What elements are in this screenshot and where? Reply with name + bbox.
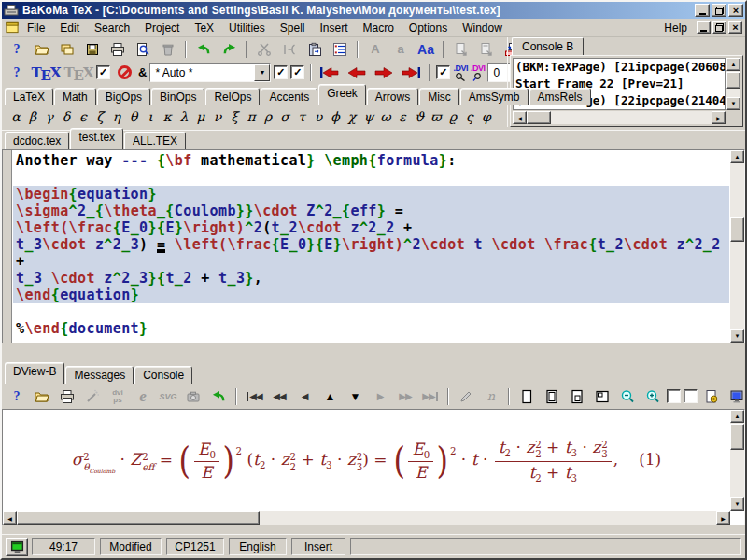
- nav-last-button[interactable]: ▶▶: [419, 386, 442, 407]
- symbol-tab-binops[interactable]: BinOps: [151, 88, 204, 105]
- scroll-down-icon[interactable]: ▼: [730, 497, 744, 511]
- svg-export-button[interactable]: SVG: [157, 386, 179, 407]
- nav-next-button[interactable]: [372, 63, 396, 82]
- scrollbar-thumb[interactable]: [730, 217, 744, 242]
- zoom-in-button[interactable]: [641, 386, 664, 407]
- dvi-view-button[interactable]: .DVI: [453, 64, 468, 81]
- dvi-preview[interactable]: σ2θCoulomb · Z2eff = (E0E)2 (t2 · z22 + …: [2, 409, 745, 525]
- greek-letter-button[interactable]: ϕ: [327, 109, 344, 124]
- scroll-down-icon[interactable]: ▼: [726, 97, 740, 110]
- nav-last-button[interactable]: [399, 63, 423, 82]
- greek-letter-button[interactable]: χ: [344, 109, 360, 124]
- greek-letter-button[interactable]: ν: [209, 109, 226, 124]
- menu-item-tex[interactable]: TeX: [187, 20, 221, 36]
- delete-button[interactable]: [157, 39, 179, 60]
- minimize-button[interactable]: [695, 4, 710, 17]
- greek-letter-button[interactable]: κ: [159, 109, 176, 124]
- view-checkbox-2[interactable]: [684, 389, 698, 403]
- doc-minimize-button[interactable]: [697, 21, 711, 34]
- greek-letter-button[interactable]: ϱ: [444, 109, 461, 124]
- panel-tab-console[interactable]: Console: [134, 366, 192, 384]
- zoom-out-button[interactable]: [616, 386, 639, 407]
- goto-line-button[interactable]: [329, 39, 351, 60]
- menu-item-options[interactable]: Options: [402, 20, 455, 36]
- open-button[interactable]: [31, 39, 53, 60]
- panel-tab-dview-b[interactable]: DView-B: [5, 362, 64, 384]
- undo-button[interactable]: [192, 39, 215, 60]
- join-lines-button[interactable]: [278, 39, 301, 60]
- page-fit-button[interactable]: [541, 386, 563, 407]
- greek-letter-button[interactable]: β: [24, 109, 41, 124]
- greek-letter-button[interactable]: ρ: [260, 109, 276, 124]
- greek-letter-button[interactable]: δ: [58, 109, 75, 124]
- paste-button[interactable]: [303, 39, 326, 60]
- scroll-right-icon[interactable]: ▶: [712, 111, 726, 124]
- save-block-2-button[interactable]: [475, 39, 498, 60]
- console-tab[interactable]: Console B: [512, 37, 584, 55]
- menu-item-macro[interactable]: Macro: [355, 20, 401, 36]
- greek-letter-button[interactable]: ϑ: [411, 109, 428, 124]
- greek-letter-button[interactable]: α: [7, 109, 24, 124]
- nav-prev-button[interactable]: ◀: [293, 386, 316, 407]
- symbol-tab-amssymb[interactable]: AmsSymb: [460, 88, 529, 105]
- greek-letter-button[interactable]: υ: [310, 109, 327, 124]
- symbol-tab-math[interactable]: Math: [54, 88, 96, 105]
- greek-letter-button[interactable]: ε: [394, 109, 411, 124]
- case-toggle-button[interactable]: Aa: [415, 39, 437, 60]
- greek-letter-button[interactable]: π: [243, 109, 260, 124]
- option-checkbox-2[interactable]: ✓: [290, 65, 304, 79]
- scroll-up-icon[interactable]: ▲: [730, 410, 744, 423]
- snapshot-button[interactable]: [182, 386, 204, 407]
- page-number-button[interactable]: n: [480, 386, 502, 407]
- nav-next-button[interactable]: ▶: [369, 386, 391, 407]
- scroll-right-icon[interactable]: ▶: [716, 511, 730, 525]
- symbol-tab-bigops[interactable]: BigOps: [97, 88, 150, 105]
- save-block-button[interactable]: [450, 39, 472, 60]
- render-settings-button[interactable]: [700, 386, 723, 407]
- menu-item-file[interactable]: File: [20, 20, 52, 36]
- console-vertical-scrollbar[interactable]: ▲ ▼: [726, 58, 740, 110]
- doc-close-button[interactable]: ×: [728, 21, 742, 34]
- scrollbar-thumb[interactable]: [527, 111, 551, 124]
- greek-letter-button[interactable]: τ: [293, 109, 310, 124]
- tex-stop-button[interactable]: TEX: [63, 63, 93, 83]
- dvi-sync-checkbox[interactable]: ✓: [436, 65, 450, 79]
- greek-letter-button[interactable]: λ: [176, 109, 192, 124]
- greek-letter-button[interactable]: θ: [125, 109, 142, 124]
- save-button[interactable]: [81, 39, 104, 60]
- font-wand-button[interactable]: [81, 386, 104, 407]
- greek-letter-button[interactable]: ξ: [226, 109, 243, 124]
- scroll-up-icon[interactable]: ▲: [730, 150, 744, 163]
- view-checkbox-1[interactable]: [667, 389, 681, 403]
- nav-next-fast-button[interactable]: ▶▶: [394, 386, 416, 407]
- nav-down-button[interactable]: ▼: [344, 386, 366, 407]
- option-checkbox-1[interactable]: ✓: [274, 65, 288, 79]
- abort-button[interactable]: [113, 63, 135, 83]
- file-tab-all-tex[interactable]: ALL.TEX: [124, 132, 186, 149]
- symbol-tab-amsrels[interactable]: AmsRels: [529, 88, 591, 105]
- greek-letter-button[interactable]: ω: [377, 109, 394, 124]
- page-fit-region-button[interactable]: [591, 386, 613, 407]
- symbol-tab-accents[interactable]: Accents: [261, 88, 317, 105]
- greek-letter-button[interactable]: φ: [478, 109, 495, 124]
- menu-item-edit[interactable]: Edit: [52, 20, 87, 36]
- open-list-button[interactable]: [56, 39, 78, 60]
- editor-code[interactable]: Another way --- {\bf mathematical} \emph…: [13, 152, 729, 343]
- case-lower-button[interactable]: a: [389, 39, 412, 60]
- help-button[interactable]: ?: [6, 39, 28, 60]
- html-export-button[interactable]: e: [132, 386, 154, 407]
- help-button[interactable]: ?: [6, 386, 28, 407]
- cut-button[interactable]: [253, 39, 275, 60]
- menu-item-help[interactable]: Help: [656, 20, 695, 36]
- console-horizontal-scrollbar[interactable]: ◀ ▶: [513, 111, 726, 124]
- symbol-tab-arrows[interactable]: Arrows: [367, 88, 418, 105]
- case-upper-button[interactable]: A: [364, 39, 387, 60]
- nav-first-button[interactable]: ◀◀: [243, 386, 265, 407]
- help-button[interactable]: ?: [6, 63, 28, 83]
- symbol-tab-greek[interactable]: Greek: [318, 84, 366, 105]
- open-button[interactable]: [31, 386, 53, 407]
- scrollbar-thumb[interactable]: [726, 72, 740, 89]
- scrollbar-thumb[interactable]: [730, 424, 744, 450]
- nav-prev-button[interactable]: [345, 63, 369, 82]
- preview-horizontal-scrollbar[interactable]: ◀ ▶: [3, 511, 730, 525]
